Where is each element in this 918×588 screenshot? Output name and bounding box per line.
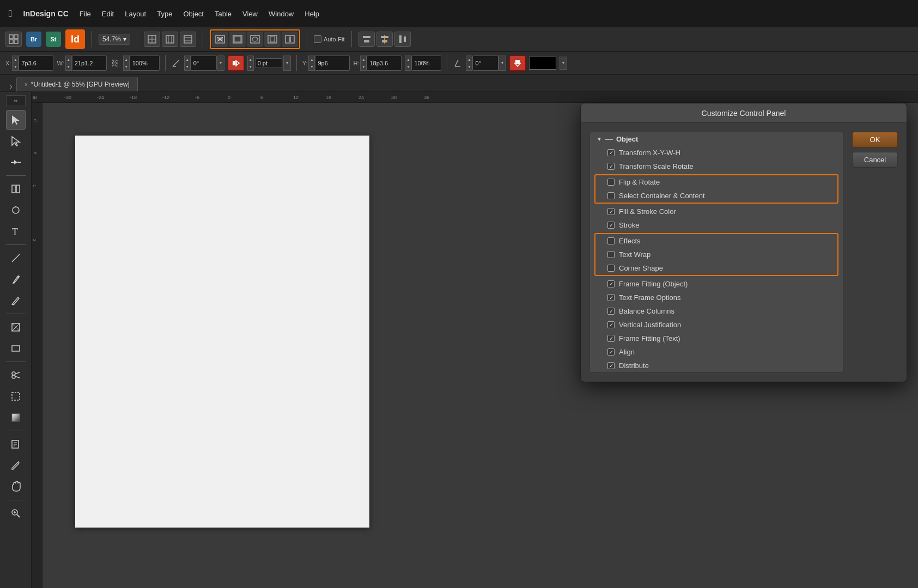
frame-tool-3[interactable] (180, 32, 196, 47)
gap-tool[interactable] (6, 152, 26, 172)
constrain-proportions-icon[interactable]: ⛓ (110, 56, 120, 71)
menu-type[interactable]: Type (157, 10, 172, 18)
menu-edit[interactable]: Edit (102, 10, 114, 18)
checkbox-text-wrap[interactable] (607, 251, 615, 258)
direct-selection-tool[interactable] (6, 131, 26, 151)
stroke-spinner[interactable]: ▲▼ (247, 56, 254, 71)
scale-x-input[interactable] (130, 56, 160, 71)
frame-tool-2[interactable] (162, 32, 178, 47)
hand-tool[interactable] (6, 477, 26, 497)
list-item-frame-fitting-txt[interactable]: Frame Fitting (Text) (590, 332, 843, 345)
list-item-balance-columns[interactable]: Balance Columns (590, 304, 843, 318)
fit-content-5[interactable] (282, 32, 298, 47)
pencil-tool[interactable] (6, 291, 26, 310)
checkbox-corner-shape[interactable] (607, 265, 615, 272)
stroke-pt-input[interactable] (255, 58, 282, 68)
list-item-vertical-just[interactable]: Vertical Justification (590, 318, 843, 332)
stroke-color-swatch[interactable] (529, 57, 556, 70)
w-input[interactable] (72, 56, 107, 71)
document-tab[interactable]: × *Untitled-1 @ 55% [GPU Preview] (16, 77, 138, 91)
bridge-button[interactable]: Br (26, 32, 41, 47)
scale-x-spinner[interactable]: ▲▼ (123, 56, 130, 71)
menu-window[interactable]: Window (269, 10, 294, 18)
line-tool[interactable] (6, 248, 26, 268)
x-spinner[interactable]: ▲▼ (12, 56, 19, 71)
list-item-transform-xywh[interactable]: Transform X-Y-W-H (590, 146, 843, 160)
scale-y-input[interactable] (411, 56, 441, 71)
angle-input[interactable] (191, 56, 217, 71)
menu-layout[interactable]: Layout (125, 10, 146, 18)
marquee-tool[interactable] (6, 387, 26, 406)
scale-y-spinner[interactable]: ▲▼ (405, 56, 411, 71)
type-tool[interactable]: T (6, 222, 26, 241)
h-input[interactable] (367, 56, 402, 71)
dialog-list[interactable]: ▼ Object Transform X-Y-W-H Transf (589, 132, 843, 373)
eyedropper-tool[interactable] (6, 456, 26, 475)
zoom-control[interactable]: 54.7% ▾ (99, 34, 130, 45)
transform-tool[interactable] (6, 200, 26, 220)
list-item-distribute[interactable]: Distribute (590, 359, 843, 372)
rulers-toggle[interactable]: ⇔ (6, 95, 26, 106)
apple-logo[interactable]:  (9, 8, 13, 20)
shear-spinner[interactable]: ▲▼ (466, 56, 472, 71)
y-spinner[interactable]: ▲▼ (308, 56, 315, 71)
w-spinner[interactable]: ▲▼ (65, 56, 72, 71)
selection-tool[interactable] (6, 110, 26, 130)
stroke-pt-dropdown[interactable]: ▾ (283, 56, 291, 71)
frame-tool[interactable] (6, 317, 26, 337)
cancel-button[interactable]: Cancel (852, 152, 898, 168)
list-item-effects[interactable]: Effects (595, 234, 837, 248)
fit-content-1[interactable] (212, 32, 228, 47)
autofit-checkbox[interactable] (314, 35, 321, 43)
rectangle-tool[interactable] (6, 339, 26, 358)
checkbox-vertical-just[interactable] (607, 321, 615, 328)
list-item-align[interactable]: Align (590, 345, 843, 359)
note-tool[interactable] (6, 434, 26, 454)
checkbox-select-container[interactable] (607, 192, 615, 199)
menu-object[interactable]: Object (183, 10, 204, 18)
ok-button[interactable]: OK (852, 132, 898, 148)
layout-grid-icon[interactable] (5, 32, 22, 47)
list-item-text-frame-opts[interactable]: Text Frame Options (590, 291, 843, 304)
list-item-select-container[interactable]: Select Container & Content (595, 189, 837, 203)
column-select-tool[interactable] (6, 179, 26, 199)
checkbox-fill-stroke[interactable] (607, 208, 615, 215)
frame-tool-1[interactable] (144, 32, 160, 47)
checkbox-distribute[interactable] (607, 362, 615, 369)
menu-file[interactable]: File (80, 10, 91, 18)
list-item-frame-fitting-obj[interactable]: Frame Fitting (Object) (590, 277, 843, 291)
list-item-transform-scale[interactable]: Transform Scale Rotate (590, 160, 843, 173)
tab-close-btn[interactable]: × (25, 82, 28, 88)
checkbox-effects[interactable] (607, 237, 615, 244)
checkbox-frame-fitting-obj[interactable] (607, 280, 615, 287)
align-tool-3[interactable] (394, 32, 411, 47)
flip-h-icon[interactable] (228, 56, 244, 71)
stock-button[interactable]: St (46, 32, 61, 47)
checkbox-flip-rotate[interactable] (607, 179, 615, 186)
align-tool-1[interactable] (358, 32, 375, 47)
fit-content-2[interactable] (229, 32, 246, 47)
x-input[interactable] (19, 56, 53, 71)
shear-input[interactable] (472, 56, 498, 71)
object-section-header[interactable]: ▼ Object (590, 132, 843, 146)
canvas-area[interactable]: ⊞ -30 -24 -18 -12 -6 0 6 12 18 24 30 36 … (32, 92, 918, 588)
list-item-flip-rotate[interactable]: Flip & Rotate (595, 175, 837, 189)
checkbox-stroke[interactable] (607, 222, 615, 229)
checkbox-balance-columns[interactable] (607, 308, 615, 315)
menu-view[interactable]: View (242, 10, 258, 18)
gradient-tool[interactable] (6, 408, 26, 427)
list-item-corner-shape[interactable]: Corner Shape (595, 261, 837, 275)
checkbox-transform-scale[interactable] (607, 163, 615, 170)
stroke-color-dropdown[interactable]: ▾ (560, 57, 567, 70)
shear-dropdown[interactable]: ▾ (498, 56, 506, 71)
angle-dropdown[interactable]: ▾ (217, 56, 224, 71)
checkbox-transform-xywh[interactable] (607, 149, 615, 156)
scissors-tool[interactable] (6, 365, 26, 385)
panel-collapse-btn[interactable]: › (5, 81, 16, 91)
flip-v-icon[interactable] (509, 56, 526, 71)
checkbox-align[interactable] (607, 348, 615, 356)
y-input[interactable] (315, 56, 350, 71)
menu-table[interactable]: Table (215, 10, 232, 18)
fit-content-4[interactable] (264, 32, 281, 47)
h-spinner[interactable]: ▲▼ (360, 56, 367, 71)
